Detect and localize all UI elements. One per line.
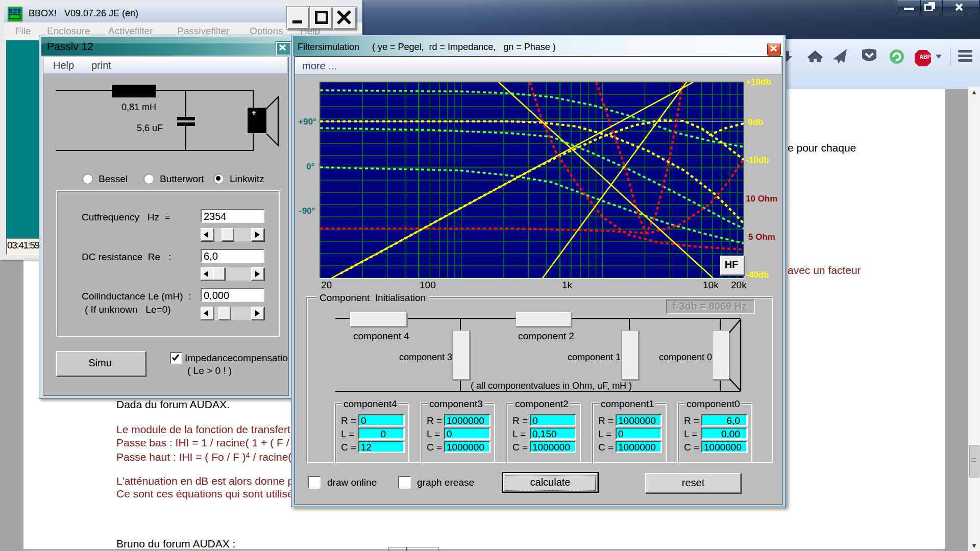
svg-text:ABP: ABP — [920, 54, 931, 60]
